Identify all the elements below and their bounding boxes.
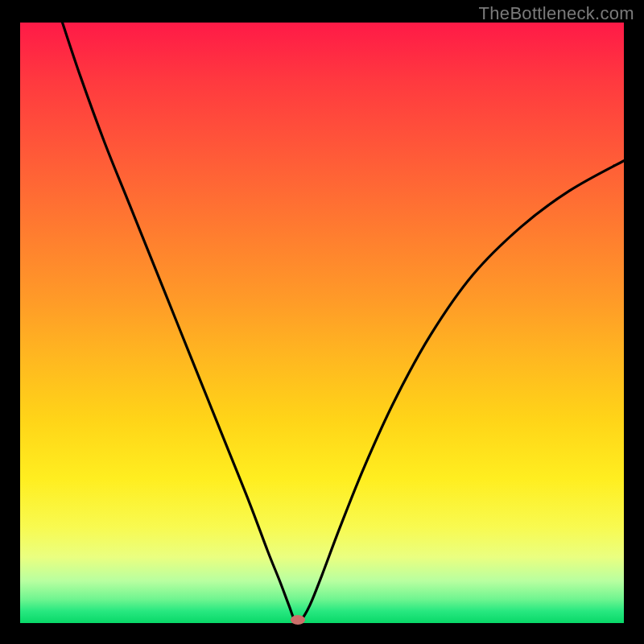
bottleneck-curve: [20, 23, 624, 623]
plot-area: [20, 23, 624, 623]
optimum-marker: [291, 615, 305, 625]
chart-frame: TheBottleneck.com: [0, 0, 644, 644]
watermark-text: TheBottleneck.com: [479, 3, 634, 24]
